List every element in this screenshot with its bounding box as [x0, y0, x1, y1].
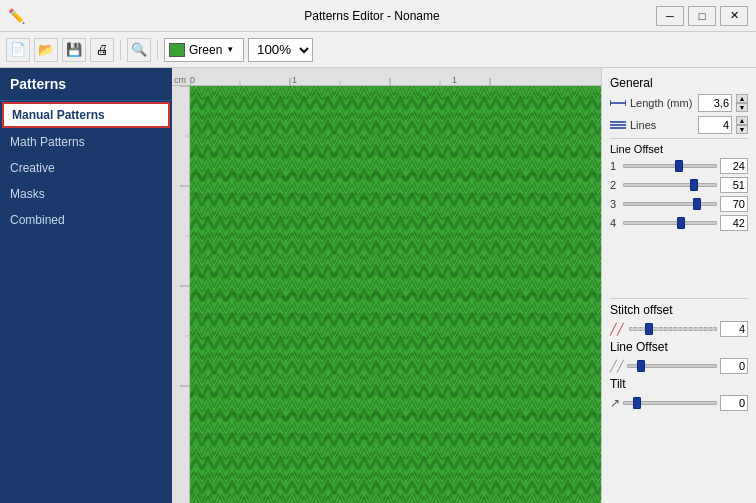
offset-num-3: 3 [610, 198, 620, 210]
length-row: Length (mm) 3,6 ▲ ▼ [610, 94, 748, 112]
sidebar-item-math-patterns[interactable]: Math Patterns [0, 129, 172, 155]
stitch-icon: ╱╱ [610, 323, 624, 336]
lines-up-btn[interactable]: ▲ [736, 116, 748, 125]
divider-1 [610, 138, 748, 139]
length-icon [610, 96, 626, 110]
offset-input-2[interactable] [720, 177, 748, 193]
offset-thumb-1[interactable] [675, 160, 683, 172]
maximize-button[interactable]: □ [688, 6, 716, 26]
right-panel: General Length (mm) 3,6 ▲ ▼ Lines [601, 68, 756, 503]
offset-slider-4[interactable] [623, 221, 717, 225]
length-spinner: ▲ ▼ [736, 94, 748, 112]
title-bar-controls: ─ □ ✕ [656, 6, 748, 26]
general-section-title: General [610, 76, 748, 90]
lines-input[interactable]: 4 [698, 116, 732, 134]
ruler-ticks-svg [190, 68, 601, 86]
zoom-button[interactable]: 🔍 [127, 38, 151, 62]
toolbar-separator-2 [157, 40, 158, 60]
color-label: Green [189, 43, 222, 57]
minimize-button[interactable]: ─ [656, 6, 684, 26]
zoom-selector[interactable]: 100% 50% 75% 150% 200% [248, 38, 313, 62]
new-button[interactable]: 📄 [6, 38, 30, 62]
tilt-title: Tilt [610, 377, 748, 391]
ruler-left-svg: 0 1 2 [172, 86, 190, 486]
offset-slider-3[interactable] [623, 202, 717, 206]
tilt-icon: ↗ [610, 396, 620, 410]
ruler-unit: cm [174, 75, 186, 85]
divider-2 [610, 298, 748, 299]
tilt-input[interactable] [720, 395, 748, 411]
length-down-btn[interactable]: ▼ [736, 103, 748, 112]
main-layout: Patterns Manual Patterns Math Patterns C… [0, 68, 756, 503]
title-bar: ✏️ Patterns Editor - Noname ─ □ ✕ [0, 0, 756, 32]
length-label: Length (mm) [630, 97, 694, 109]
open-button[interactable]: 📂 [34, 38, 58, 62]
toolbar-separator [120, 40, 121, 60]
offset-thumb-4[interactable] [677, 217, 685, 229]
sidebar: Patterns Manual Patterns Math Patterns C… [0, 68, 172, 503]
stitch-offset-title: Stitch offset [610, 303, 748, 317]
length-input[interactable]: 3,6 [698, 94, 732, 112]
close-button[interactable]: ✕ [720, 6, 748, 26]
canvas-area: cm 0 1 1 [172, 68, 601, 503]
save-button[interactable]: 💾 [62, 38, 86, 62]
spacer [610, 234, 748, 294]
lines-spinner: ▲ ▼ [736, 116, 748, 134]
stitch-slider[interactable] [629, 327, 717, 331]
line-offset-row-2: ╱╱ [610, 358, 748, 374]
offset-thumb-3[interactable] [693, 198, 701, 210]
line-offset-icon-2: ╱╱ [610, 360, 624, 373]
tilt-slider[interactable] [623, 401, 717, 405]
pattern-svg [190, 86, 601, 503]
title-bar-title: Patterns Editor - Noname [88, 9, 656, 23]
offset-input-3[interactable] [720, 196, 748, 212]
canvas-content[interactable] [190, 86, 601, 503]
line-offset-thumb-2[interactable] [637, 360, 645, 372]
lines-label: Lines [630, 119, 694, 131]
offset-row-3: 3 [610, 196, 748, 212]
sidebar-item-masks[interactable]: Masks [0, 181, 172, 207]
line-offset-title-2: Line Offset [610, 340, 748, 354]
line-offset-slider-2[interactable] [627, 364, 717, 368]
ruler-left: 0 1 2 [172, 86, 190, 503]
offset-input-1[interactable] [720, 158, 748, 174]
line-offset-input-2[interactable] [720, 358, 748, 374]
tilt-thumb[interactable] [633, 397, 641, 409]
color-dropdown-arrow: ▼ [226, 45, 234, 54]
lines-row: Lines 4 ▲ ▼ [610, 116, 748, 134]
length-up-btn[interactable]: ▲ [736, 94, 748, 103]
sidebar-item-combined[interactable]: Combined [0, 207, 172, 233]
offset-input-4[interactable] [720, 215, 748, 231]
offset-row-1: 1 [610, 158, 748, 174]
offset-thumb-2[interactable] [690, 179, 698, 191]
print-button[interactable]: 🖨 [90, 38, 114, 62]
stitch-offset-row: ╱╱ [610, 321, 748, 337]
offset-num-4: 4 [610, 217, 620, 229]
color-box [169, 43, 185, 57]
lines-down-btn[interactable]: ▼ [736, 125, 748, 134]
stitch-thumb[interactable] [645, 323, 653, 335]
svg-rect-24 [190, 86, 601, 503]
line-offset-title: Line Offset [610, 143, 748, 155]
offset-num-1: 1 [610, 160, 620, 172]
toolbar: 📄 📂 💾 🖨 🔍 Green ▼ 100% 50% 75% 150% 200% [0, 32, 756, 68]
color-selector[interactable]: Green ▼ [164, 38, 244, 62]
sidebar-item-creative[interactable]: Creative [0, 155, 172, 181]
title-bar-left-spacer: ✏️ [8, 8, 88, 24]
sidebar-item-manual-patterns[interactable]: Manual Patterns [2, 102, 170, 128]
offset-num-2: 2 [610, 179, 620, 191]
lines-icon [610, 118, 626, 132]
offset-row-2: 2 [610, 177, 748, 193]
stitch-input[interactable] [720, 321, 748, 337]
sidebar-title: Patterns [0, 68, 172, 101]
offset-row-4: 4 [610, 215, 748, 231]
offset-slider-2[interactable] [623, 183, 717, 187]
offset-slider-1[interactable] [623, 164, 717, 168]
tilt-row: ↗ [610, 395, 748, 411]
ruler-top: cm 0 1 1 [172, 68, 601, 86]
